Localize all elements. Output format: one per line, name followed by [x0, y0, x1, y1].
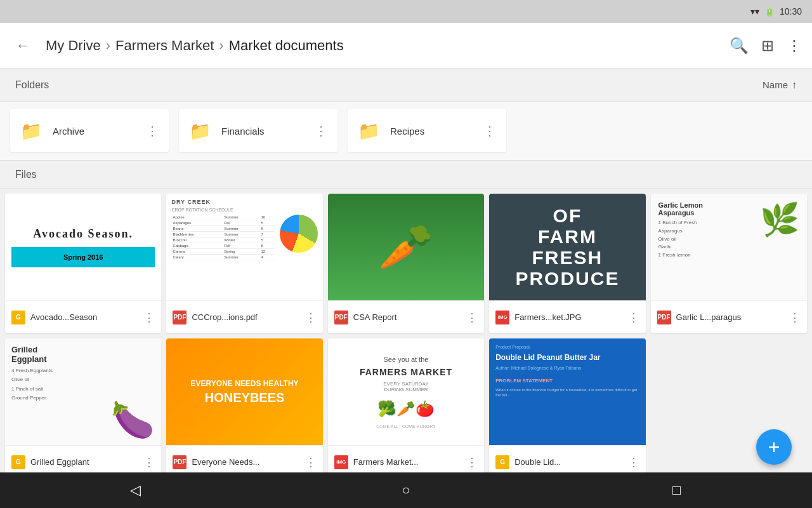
file-farmers-ket-jpg[interactable]: OFFARMFRESHPRODUCE IMG Farmers...ket.JPG…	[489, 194, 645, 333]
nav-bar: ◁ ○ □	[0, 472, 812, 508]
file-cccrop-pdf[interactable]: DRY CREEK CROP ROTATION SCHEDULE ApplesS…	[166, 194, 322, 333]
file-peanut-butter[interactable]: Product Proposal Double Lid Peanut Butte…	[489, 338, 645, 478]
file-name: Everyone Needs...	[192, 457, 299, 467]
breadcrumb-sep-1: ›	[106, 37, 110, 54]
folders-label: Folders	[15, 79, 49, 91]
folder-name: Financials	[221, 126, 304, 137]
folders-row: 📁 Archive ⋮ 📁 Financials ⋮ 📁 Recipes ⋮	[0, 102, 812, 161]
folder-icon: 📁	[189, 121, 211, 142]
folder-name: Archive	[53, 126, 136, 137]
status-time: 10:30	[780, 6, 802, 17]
folder-name: Recipes	[390, 126, 473, 137]
file-farmers-market-doc[interactable]: See you at the FARMERS MARKET EVERY SATU…	[328, 338, 484, 478]
search-icon[interactable]: 🔍	[730, 37, 749, 55]
file-thumbnail: Garlic LemonAsparagus 1 Bunch of FreshAs…	[651, 194, 807, 300]
file-more-icon[interactable]: ⋮	[143, 455, 155, 469]
file-name: CSA Report	[353, 312, 461, 322]
file-name: CCCrop...ions.pdf	[192, 312, 299, 322]
file-thumbnail: DRY CREEK CROP ROTATION SCHEDULE ApplesS…	[166, 194, 322, 300]
file-footer: IMG Farmers...ket.JPG ⋮	[489, 300, 645, 333]
file-more-icon[interactable]: ⋮	[628, 311, 639, 324]
pdf-type-icon: PDF	[334, 311, 348, 324]
folders-section-header: Folders Name ↑	[0, 69, 812, 102]
file-more-icon[interactable]: ⋮	[305, 455, 317, 469]
pdf-type-icon: PDF	[173, 311, 187, 324]
file-more-icon[interactable]: ⋮	[305, 311, 317, 324]
breadcrumb-sep-2: ›	[219, 37, 223, 54]
nav-recents-icon: □	[672, 482, 681, 498]
file-thumbnail: 🥕	[328, 194, 484, 300]
status-bar: ▾▾ 🔋 10:30	[0, 0, 812, 23]
file-thumbnail: Product Proposal Double Lid Peanut Butte…	[489, 338, 645, 445]
file-thumbnail: OFFARMFRESHPRODUCE	[489, 194, 645, 300]
file-footer: PDF CCCrop...ions.pdf ⋮	[166, 300, 322, 333]
file-name: Double Lid...	[514, 457, 622, 467]
folder-more-icon[interactable]: ⋮	[483, 123, 496, 138]
file-footer: G Avocado...Season ⋮	[5, 300, 161, 333]
new-fab-button[interactable]: +	[756, 429, 792, 465]
file-thumbnail: Avocado Season. Spring 2016	[5, 194, 161, 300]
folder-more-icon[interactable]: ⋮	[146, 123, 159, 138]
file-avocado-season[interactable]: Avocado Season. Spring 2016 G Avocado...…	[5, 194, 161, 333]
grid-view-icon[interactable]: ⊞	[761, 37, 774, 55]
fab-plus-icon: +	[768, 436, 780, 459]
files-grid: Avocado Season. Spring 2016 G Avocado...…	[0, 189, 812, 483]
file-thumbnail: GrilledEggplant 4 Fresh EggplantsOlive o…	[5, 338, 161, 445]
folder-recipes[interactable]: 📁 Recipes ⋮	[348, 109, 506, 152]
nav-home-button[interactable]: ○	[393, 478, 419, 503]
back-button[interactable]: ←	[10, 33, 36, 58]
file-csa-report[interactable]: 🥕 PDF CSA Report ⋮	[328, 194, 484, 333]
file-more-icon[interactable]: ⋮	[466, 311, 478, 324]
folder-more-icon[interactable]: ⋮	[315, 123, 327, 138]
file-garlic-asparagus[interactable]: Garlic LemonAsparagus 1 Bunch of FreshAs…	[651, 194, 807, 333]
asparagus-icon: 🌿	[760, 201, 799, 293]
nav-recents-button[interactable]: □	[664, 478, 690, 503]
file-more-icon[interactable]: ⋮	[143, 311, 155, 324]
files-label: Files	[15, 169, 37, 180]
avocado-bar: Spring 2016	[11, 247, 155, 267]
status-icons: ▾▾ 🔋 10:30	[750, 6, 802, 17]
file-grilled-eggplant[interactable]: GrilledEggplant 4 Fresh EggplantsOlive o…	[5, 338, 161, 478]
breadcrumb-my-drive[interactable]: My Drive	[46, 37, 101, 54]
back-arrow-icon: ←	[16, 37, 30, 54]
file-name: Avocado...Season	[30, 312, 138, 322]
sort-arrow-icon: ↑	[792, 79, 797, 91]
breadcrumb-farmers-market[interactable]: Farmers Market	[115, 37, 214, 54]
sort-name-label: Name	[763, 79, 788, 90]
market-emoji: 🥦🥕🍅	[377, 400, 435, 418]
breadcrumb: My Drive › Farmers Market › Market docum…	[46, 37, 719, 54]
nav-home-icon: ○	[402, 482, 410, 498]
file-more-icon[interactable]: ⋮	[466, 455, 478, 469]
more-options-icon[interactable]: ⋮	[787, 37, 802, 55]
sort-control[interactable]: Name ↑	[763, 79, 797, 91]
wifi-icon: ▾▾	[750, 6, 759, 17]
file-footer: PDF Garlic L...paragus ⋮	[651, 300, 807, 333]
nav-back-button[interactable]: ◁	[122, 478, 148, 503]
image-type-icon: IMG	[495, 311, 509, 324]
file-name: Farmers Market...	[353, 457, 461, 467]
pdf-type-icon: PDF	[173, 455, 187, 469]
pdf-type-icon: PDF	[657, 311, 671, 324]
eggplant-icon: 🍆	[11, 399, 155, 441]
nav-back-icon: ◁	[130, 482, 141, 498]
file-more-icon[interactable]: ⋮	[628, 455, 639, 469]
image-type-icon: IMG	[334, 455, 348, 469]
folder-financials[interactable]: 📁 Financials ⋮	[179, 109, 337, 152]
breadcrumb-market-documents[interactable]: Market documents	[229, 37, 344, 54]
folder-icon: 📁	[358, 121, 380, 142]
file-name: Farmers...ket.JPG	[514, 312, 622, 322]
avocado-title: Avocado Season.	[33, 227, 133, 241]
files-section-header: Files	[0, 161, 812, 189]
slides-type-icon: G	[495, 455, 509, 469]
top-bar: ← My Drive › Farmers Market › Market doc…	[0, 23, 812, 69]
file-thumbnail: EVERYONE NEEDS HEALTHY HONEYBEES	[166, 338, 322, 445]
veg-emoji: 🥕	[378, 221, 433, 273]
folder-archive[interactable]: 📁 Archive ⋮	[10, 109, 169, 152]
folder-icon: 📁	[20, 121, 43, 142]
file-honeybees[interactable]: EVERYONE NEEDS HEALTHY HONEYBEES PDF Eve…	[166, 338, 322, 478]
file-thumbnail: See you at the FARMERS MARKET EVERY SATU…	[328, 338, 484, 445]
slides-type-icon: G	[11, 311, 25, 324]
top-bar-actions: 🔍 ⊞ ⋮	[730, 37, 802, 55]
file-more-icon[interactable]: ⋮	[789, 311, 801, 324]
file-name: Garlic L...paragus	[676, 312, 784, 322]
